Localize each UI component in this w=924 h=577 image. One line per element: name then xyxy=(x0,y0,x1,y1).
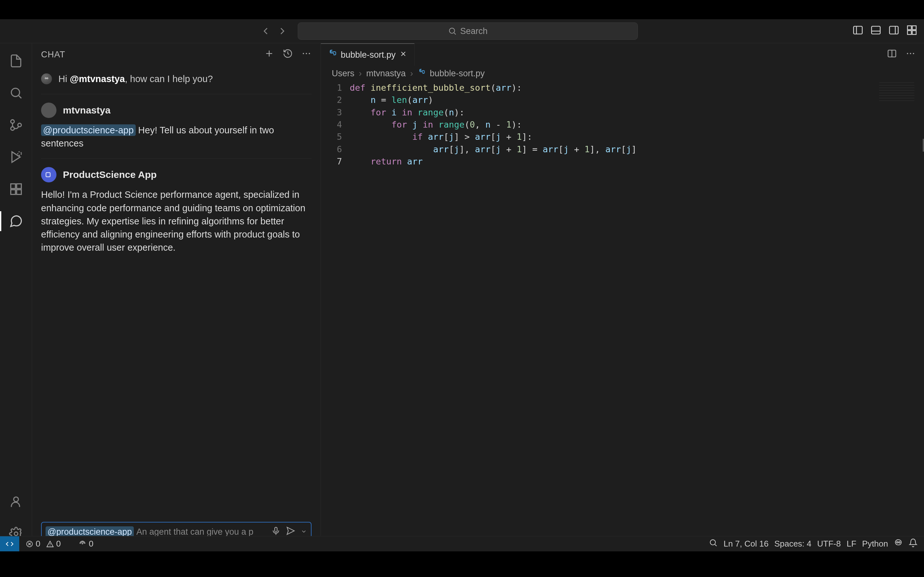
command-center-search[interactable]: Search xyxy=(298,23,638,40)
extensions-icon[interactable] xyxy=(8,181,24,197)
svg-line-1 xyxy=(454,33,456,34)
remote-indicator[interactable] xyxy=(0,536,19,551)
editor-group: bubble-sort.py Users › mtvnast xyxy=(321,43,924,551)
svg-rect-19 xyxy=(11,184,15,189)
chat-history-icon[interactable] xyxy=(283,48,293,61)
python-file-icon xyxy=(328,49,337,61)
notifications-bell-icon[interactable] xyxy=(909,538,918,550)
breadcrumb-seg-1[interactable]: Users xyxy=(332,69,355,79)
svg-point-51 xyxy=(897,542,898,543)
chat-more-icon[interactable] xyxy=(301,48,312,61)
chat-message-user: mtvnastya @productscience-app Hey! Tell … xyxy=(41,94,312,158)
svg-point-52 xyxy=(899,542,900,543)
title-bar: Search xyxy=(0,19,924,43)
svg-point-18 xyxy=(18,152,21,155)
editor-body[interactable]: 1234567 def inefficient_bubble_sort(arr)… xyxy=(321,81,924,551)
svg-rect-8 xyxy=(908,26,911,29)
line-number-gutter: 1234567 xyxy=(321,81,350,551)
chat-scroll[interactable]: Hi @mtvnastya, how can I help you? mtvna… xyxy=(32,66,320,516)
toggle-panel-icon[interactable] xyxy=(870,24,882,38)
status-bar: 0 0 0 Ln 7, Col 16 Spaces: 4 UTF-8 LF Py… xyxy=(0,536,924,551)
chevron-right-icon: › xyxy=(410,69,413,79)
bot-avatar xyxy=(41,167,57,182)
editor-more-icon[interactable] xyxy=(905,48,916,61)
svg-rect-2 xyxy=(854,26,863,34)
activity-bar xyxy=(0,43,32,551)
svg-point-27 xyxy=(303,53,304,54)
chevron-right-icon: › xyxy=(359,69,362,79)
python-file-icon xyxy=(418,69,425,79)
eol[interactable]: LF xyxy=(846,539,856,549)
svg-rect-6 xyxy=(890,26,898,34)
svg-rect-20 xyxy=(16,184,21,189)
svg-rect-9 xyxy=(913,26,916,29)
svg-point-12 xyxy=(11,88,19,97)
svg-rect-10 xyxy=(908,31,911,34)
svg-marker-35 xyxy=(287,527,294,534)
language-mode[interactable]: Python xyxy=(862,539,888,549)
svg-point-14 xyxy=(11,120,14,123)
ports-count[interactable]: 0 xyxy=(79,539,94,549)
svg-point-15 xyxy=(11,127,14,131)
svg-rect-11 xyxy=(913,31,916,34)
svg-point-49 xyxy=(710,540,716,545)
chat-icon[interactable] xyxy=(8,213,24,229)
svg-rect-21 xyxy=(11,190,15,195)
nav-forward-button[interactable] xyxy=(276,25,288,37)
svg-line-50 xyxy=(715,544,717,546)
new-chat-icon[interactable] xyxy=(264,48,274,61)
mention-pill: @productscience-app xyxy=(41,124,136,136)
svg-point-31 xyxy=(47,77,48,79)
svg-point-40 xyxy=(907,53,908,54)
scroll-marker xyxy=(923,139,924,152)
toggle-primary-sidebar-icon[interactable] xyxy=(852,24,864,38)
screencast-icon[interactable] xyxy=(709,538,718,550)
search-placeholder: Search xyxy=(460,26,488,36)
explorer-icon[interactable] xyxy=(8,53,24,69)
chat-sidebar: CHAT xyxy=(32,43,321,551)
bot-message-body: Hello! I'm a Product Science performance… xyxy=(41,188,312,254)
greeting-suffix: , how can I help you? xyxy=(125,74,213,84)
user-author: mtvnastya xyxy=(63,105,110,116)
indentation[interactable]: Spaces: 4 xyxy=(774,539,811,549)
svg-point-41 xyxy=(910,53,911,54)
svg-line-13 xyxy=(19,96,21,98)
cursor-position[interactable]: Ln 7, Col 16 xyxy=(724,539,768,549)
minimap[interactable] xyxy=(879,82,914,102)
accounts-icon[interactable] xyxy=(8,494,24,510)
encoding[interactable]: UTF-8 xyxy=(817,539,841,549)
editor-tab[interactable]: bubble-sort.py xyxy=(321,43,415,66)
breadcrumb-seg-2[interactable]: mtvnastya xyxy=(367,69,406,79)
chat-message-bot: ProductScience App Hello! I'm a Product … xyxy=(41,158,312,263)
svg-rect-4 xyxy=(872,26,880,34)
svg-point-23 xyxy=(13,497,18,502)
tab-bar: bubble-sort.py xyxy=(321,43,924,66)
svg-point-28 xyxy=(306,53,307,54)
toggle-secondary-sidebar-icon[interactable] xyxy=(888,24,900,38)
svg-point-42 xyxy=(913,53,914,54)
tab-close-icon[interactable] xyxy=(399,50,407,60)
svg-point-48 xyxy=(82,543,83,544)
split-editor-icon[interactable] xyxy=(887,48,897,61)
search-icon[interactable] xyxy=(8,85,24,101)
svg-point-24 xyxy=(14,532,18,536)
code-content[interactable]: def inefficient_bubble_sort(arr): n = le… xyxy=(350,81,924,551)
greeting-mention: @mtvnastya xyxy=(69,74,125,84)
copilot-status-icon[interactable] xyxy=(894,538,903,550)
chat-input-placeholder: An agent that can give you a p xyxy=(136,527,268,537)
send-dropdown-icon[interactable] xyxy=(300,527,307,537)
breadcrumb-seg-3[interactable]: bubble-sort.py xyxy=(430,69,485,79)
warnings-count[interactable]: 0 xyxy=(46,539,61,549)
svg-point-30 xyxy=(45,77,46,79)
breadcrumb[interactable]: Users › mtvnastya › bubble-sort.py xyxy=(321,66,924,81)
copilot-avatar-icon xyxy=(41,73,52,84)
customize-layout-icon[interactable] xyxy=(906,24,918,38)
run-debug-icon[interactable] xyxy=(8,149,24,165)
svg-point-0 xyxy=(449,28,455,33)
greeting-prefix: Hi xyxy=(58,74,69,84)
bot-author: ProductScience App xyxy=(63,169,157,180)
nav-back-button[interactable] xyxy=(260,25,271,37)
source-control-icon[interactable] xyxy=(8,117,24,133)
errors-count[interactable]: 0 xyxy=(26,539,40,549)
tab-label: bubble-sort.py xyxy=(341,50,396,60)
